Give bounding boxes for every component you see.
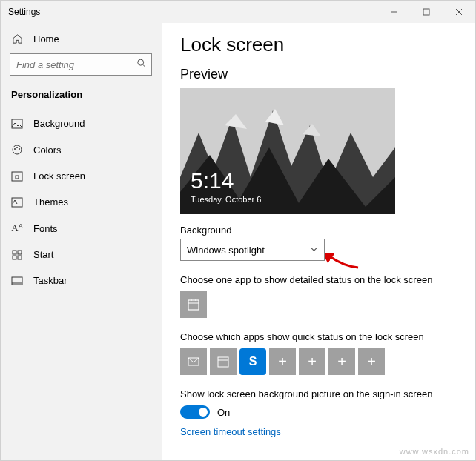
quick-app-calendar[interactable] bbox=[210, 348, 237, 375]
calendar-icon bbox=[187, 298, 200, 311]
search-icon bbox=[136, 59, 147, 71]
svg-rect-17 bbox=[18, 256, 22, 259]
detailed-status-label: Choose one app to show detailed status o… bbox=[180, 274, 457, 285]
nav-label: Start bbox=[33, 249, 53, 260]
plus-icon: + bbox=[278, 354, 287, 371]
quick-app-empty-3[interactable]: + bbox=[328, 348, 355, 375]
quick-app-skype[interactable]: S bbox=[239, 348, 266, 375]
plus-icon: + bbox=[308, 354, 317, 371]
lock-screen-preview: 5:14 Tuesday, October 6 bbox=[180, 88, 395, 214]
search-input[interactable] bbox=[10, 54, 132, 75]
screen-timeout-link[interactable]: Screen timeout settings bbox=[180, 426, 457, 437]
home-icon bbox=[11, 33, 23, 44]
skype-icon: S bbox=[249, 355, 257, 368]
svg-point-10 bbox=[19, 148, 20, 150]
dropdown-value: Windows spotlight bbox=[187, 245, 265, 256]
quick-status-label: Choose which apps show quick status on t… bbox=[180, 331, 457, 342]
watermark: www.wsxdn.com bbox=[400, 447, 469, 456]
fonts-icon: AA bbox=[11, 222, 23, 234]
preview-time: 5:14 bbox=[191, 168, 234, 193]
section-header: Personalization bbox=[1, 83, 162, 110]
svg-point-4 bbox=[138, 59, 144, 65]
nav-colors[interactable]: Colors bbox=[1, 136, 162, 163]
themes-icon bbox=[11, 197, 23, 208]
preview-date: Tuesday, October 6 bbox=[191, 195, 261, 204]
toggle-state: On bbox=[217, 407, 230, 418]
lock-screen-icon bbox=[11, 171, 23, 182]
nav-label: Themes bbox=[33, 196, 68, 208]
nav-label: Background bbox=[33, 118, 85, 129]
quick-app-empty-2[interactable]: + bbox=[299, 348, 325, 375]
calendar-icon bbox=[216, 355, 230, 368]
nav-label: Colors bbox=[33, 145, 62, 156]
plus-icon: + bbox=[337, 354, 346, 371]
nav-background[interactable]: Background bbox=[1, 110, 162, 136]
close-button[interactable] bbox=[443, 1, 475, 23]
plus-icon: + bbox=[367, 354, 376, 371]
svg-rect-6 bbox=[12, 119, 22, 128]
picture-icon bbox=[11, 119, 23, 129]
quick-app-empty-1[interactable]: + bbox=[269, 348, 296, 375]
maximize-button[interactable] bbox=[410, 1, 443, 23]
nav-taskbar[interactable]: Taskbar bbox=[1, 268, 162, 293]
svg-rect-16 bbox=[13, 256, 16, 259]
svg-point-7 bbox=[13, 145, 22, 154]
home-nav[interactable]: Home bbox=[1, 27, 162, 50]
nav-label: Fonts bbox=[33, 223, 58, 234]
palette-icon bbox=[11, 144, 23, 156]
nav-label: Taskbar bbox=[33, 275, 67, 286]
sidebar: Home Personalization Background Colors L… bbox=[1, 23, 162, 460]
svg-rect-1 bbox=[423, 9, 429, 15]
signin-picture-toggle[interactable] bbox=[180, 405, 210, 419]
svg-rect-14 bbox=[13, 251, 16, 254]
search-box[interactable] bbox=[10, 53, 152, 76]
svg-point-8 bbox=[14, 148, 16, 150]
signin-picture-label: Show lock screen background picture on t… bbox=[180, 388, 457, 399]
nav-start[interactable]: Start bbox=[1, 242, 162, 268]
svg-rect-31 bbox=[218, 357, 228, 367]
background-dropdown-label: Background bbox=[180, 225, 457, 236]
nav-fonts[interactable]: AA Fonts bbox=[1, 215, 162, 242]
nav-themes[interactable]: Themes bbox=[1, 189, 162, 215]
svg-rect-11 bbox=[12, 172, 22, 181]
start-icon bbox=[11, 250, 23, 260]
svg-rect-26 bbox=[188, 300, 199, 310]
svg-point-9 bbox=[16, 147, 18, 148]
quick-app-empty-4[interactable]: + bbox=[358, 348, 385, 375]
taskbar-icon bbox=[11, 276, 23, 285]
main-panel: Lock screen Preview 5:14 Tuesday, Octobe… bbox=[162, 23, 475, 460]
nav-label: Lock screen bbox=[33, 170, 85, 182]
mail-icon bbox=[187, 355, 200, 368]
titlebar: Settings bbox=[1, 1, 475, 23]
window-title: Settings bbox=[8, 7, 40, 17]
svg-rect-15 bbox=[18, 251, 22, 254]
svg-line-5 bbox=[143, 64, 146, 67]
svg-rect-12 bbox=[16, 176, 19, 179]
page-title: Lock screen bbox=[180, 33, 457, 56]
preview-heading: Preview bbox=[180, 67, 457, 82]
home-label: Home bbox=[33, 33, 59, 44]
detailed-app-slot[interactable] bbox=[180, 291, 207, 318]
nav-lock-screen[interactable]: Lock screen bbox=[1, 163, 162, 189]
quick-app-mail[interactable] bbox=[180, 348, 207, 375]
layout: Home Personalization Background Colors L… bbox=[1, 23, 475, 460]
background-dropdown[interactable]: Windows spotlight bbox=[180, 239, 325, 261]
chevron-down-icon bbox=[310, 245, 318, 256]
minimize-button[interactable] bbox=[377, 1, 410, 23]
